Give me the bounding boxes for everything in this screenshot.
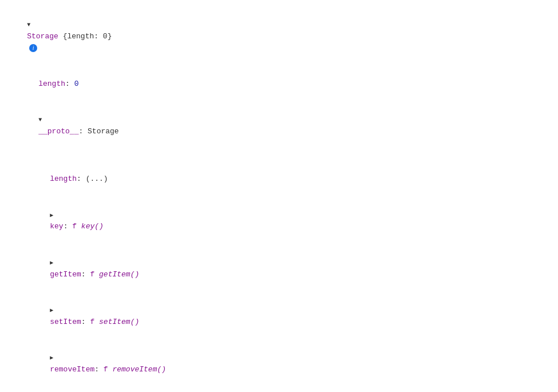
code-line: length: (...): [9, 150, 549, 197]
expand-icon[interactable]: [50, 257, 57, 269]
code-line: key: f key(): [9, 197, 549, 245]
info-icon[interactable]: i: [29, 44, 37, 52]
expand-icon[interactable]: [50, 304, 57, 316]
top-code-area: Storage {length: 0} i length: 0 __proto_…: [0, 0, 558, 392]
code-line: removeItem: f removeItem(): [9, 340, 549, 387]
expand-icon[interactable]: [50, 352, 57, 364]
expand-icon[interactable]: [38, 114, 45, 126]
code-line: Storage {length: 0} i: [9, 7, 549, 66]
code-line: setItem: f setItem(): [9, 292, 549, 340]
code-line: getItem: f getItem(): [9, 245, 549, 292]
expand-icon[interactable]: [50, 209, 57, 221]
code-line: __proto__: Storage: [9, 102, 549, 149]
code-line: clear: f clear(): [9, 388, 549, 393]
code-line: length: 0: [9, 66, 549, 102]
expand-icon[interactable]: [27, 19, 34, 31]
